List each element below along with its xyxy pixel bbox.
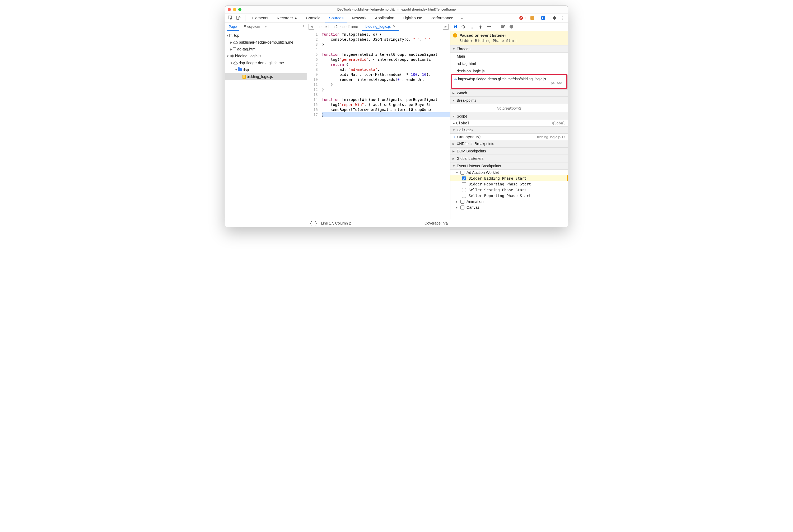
scope-global[interactable]: ▶ Global global — [450, 120, 568, 126]
editor-nav-fwd-icon[interactable]: ▶ — [443, 24, 449, 30]
callstack-frame-label: (anonymous) — [457, 135, 481, 139]
thread-bidding[interactable]: ➔ https://dsp-fledge-demo.glitch.me/dsp/… — [457, 77, 565, 85]
evt-cat-animation-checkbox[interactable] — [460, 200, 465, 204]
resume-icon[interactable] — [453, 24, 458, 29]
evt-cat-canvas-checkbox[interactable] — [460, 206, 465, 209]
evt-item-2-checkbox[interactable] — [462, 188, 466, 192]
code-editor[interactable]: 1234567891011121314151617 function fn:lo… — [307, 31, 450, 219]
gear-icon — [229, 54, 234, 58]
svg-point-4 — [463, 27, 464, 28]
step-out-icon[interactable] — [478, 24, 483, 29]
navigator-panel: Page Filesystem » ⋮ ▼ top ▶ publisher-fl… — [225, 22, 307, 219]
thread-adtag[interactable]: ad-tag.html — [450, 60, 568, 68]
svg-rect-2 — [239, 17, 241, 20]
errors-badge[interactable]: ✕1 — [518, 15, 528, 20]
editor-tab-index-label: index.html?fencedframe — [319, 24, 358, 29]
editor-nav-back-icon[interactable]: ◀ — [308, 24, 314, 30]
main-toolbar: Elements Recorder ▲ Console Sources Netw… — [225, 14, 568, 22]
tree-folder-dsp[interactable]: ▼ dsp — [225, 66, 307, 73]
tab-recorder[interactable]: Recorder ▲ — [273, 14, 301, 22]
settings-icon[interactable] — [550, 14, 558, 22]
section-xhr-label: XHR/fetch Breakpoints — [457, 141, 494, 146]
device-toggle-icon[interactable] — [235, 14, 243, 22]
section-global-listeners[interactable]: ▶Global Listeners — [450, 155, 568, 162]
current-frame-icon: ➔ — [453, 135, 455, 139]
step-into-icon[interactable] — [469, 24, 475, 29]
svg-point-9 — [510, 25, 513, 28]
section-threads[interactable]: ▼Threads — [450, 45, 568, 53]
section-breakpoints[interactable]: ▼Breakpoints — [450, 97, 568, 104]
tab-performance[interactable]: Performance — [427, 14, 457, 22]
evt-item-0-label: Bidder Bidding Phase Start — [469, 176, 527, 180]
tab-elements[interactable]: Elements — [248, 14, 272, 22]
evt-cat-animation[interactable]: ▶ Animation — [450, 198, 568, 205]
tab-sources[interactable]: Sources — [325, 14, 347, 22]
thread-main[interactable]: Main — [450, 53, 568, 60]
cloud-icon — [233, 60, 238, 65]
deactivate-breakpoints-icon[interactable] — [500, 24, 506, 29]
format-icon[interactable]: { } — [309, 221, 317, 226]
evt-item-1-checkbox[interactable] — [462, 182, 466, 186]
warnings-badge[interactable]: !1 — [529, 15, 539, 20]
editor-tabs: ◀ index.html?fencedframe bidding_logic.j… — [307, 22, 450, 31]
evt-cat-ad-auction-label: Ad Auction Worklet — [467, 170, 499, 175]
tab-console[interactable]: Console — [302, 14, 324, 22]
callstack-frame[interactable]: ➔ (anonymous) bidding_logic.js:17 — [450, 134, 568, 140]
debugger-toolbar — [450, 22, 568, 31]
code-body[interactable]: function fn:log(label, o) { console.log(… — [320, 31, 450, 219]
folder-icon — [238, 68, 242, 71]
evt-cat-canvas[interactable]: ▶ Canvas — [450, 205, 568, 210]
evt-cat-ad-auction[interactable]: ▼ − Ad Auction Worklet — [450, 170, 568, 175]
section-event-listeners[interactable]: ▼Event Listener Breakpoints — [450, 162, 568, 170]
navigator-subtabs: Page Filesystem » ⋮ — [225, 22, 307, 31]
evt-item-0-checkbox[interactable] — [462, 176, 466, 180]
section-xhr[interactable]: ▶XHR/fetch Breakpoints — [450, 140, 568, 147]
section-watch-label: Watch — [457, 91, 467, 95]
issues-icon: ▸ — [541, 16, 545, 20]
tree-file-label: bidding_logic.js — [247, 75, 273, 79]
evt-cat-ad-auction-checkbox[interactable]: − — [460, 171, 465, 175]
evt-cat-canvas-label: Canvas — [467, 205, 479, 209]
tree-adtag[interactable]: ▶ ad-tag.html — [225, 46, 307, 53]
tab-network[interactable]: Network — [348, 14, 370, 22]
pause-exceptions-icon[interactable] — [509, 24, 514, 29]
tab-lighthouse[interactable]: Lighthouse — [399, 14, 426, 22]
section-callstack[interactable]: ▼Call Stack — [450, 126, 568, 134]
editor-tab-bidding[interactable]: bidding_logic.js ✕ — [362, 22, 399, 31]
evt-item-2[interactable]: Seller Scoring Phase Start — [450, 187, 568, 193]
section-watch[interactable]: ▶Watch — [450, 89, 568, 97]
evt-item-1[interactable]: Bidder Reporting Phase Start — [450, 181, 568, 187]
columns: Page Filesystem » ⋮ ▼ top ▶ publisher-fl… — [225, 22, 568, 219]
tree-domain-publisher[interactable]: ▶ publisher-fledge-demo.glitch.me — [225, 39, 307, 46]
tree-top-label: top — [234, 33, 239, 38]
tree-file-bidding[interactable]: bidding_logic.js — [225, 73, 307, 80]
kebab-menu-icon[interactable]: ⋮ — [559, 14, 566, 22]
tree-worklet[interactable]: ▼ bidding_logic.js — [225, 53, 307, 59]
page-icon — [233, 47, 236, 51]
file-tree: ▼ top ▶ publisher-fledge-demo.glitch.me … — [225, 31, 307, 219]
thread-decision[interactable]: decision_logic.js — [450, 68, 568, 75]
navigator-menu-icon[interactable]: ⋮ — [302, 24, 305, 28]
evt-item-0[interactable]: Bidder Bidding Phase Start — [450, 175, 568, 181]
tab-application[interactable]: Application — [371, 14, 398, 22]
close-tab-icon[interactable]: ✕ — [393, 24, 396, 28]
issues-badge[interactable]: ▸1 — [540, 15, 549, 20]
evt-item-2-label: Seller Scoring Phase Start — [469, 188, 527, 192]
evt-item-3[interactable]: Seller Reporting Phase Start — [450, 193, 568, 198]
editor-tab-index[interactable]: index.html?fencedframe — [316, 22, 361, 31]
errors-count: 1 — [524, 16, 526, 20]
more-subtabs-icon[interactable]: » — [265, 24, 267, 28]
subtab-page[interactable]: Page — [227, 22, 239, 31]
evt-item-3-checkbox[interactable] — [462, 194, 466, 198]
inspect-icon[interactable] — [227, 14, 234, 22]
section-dom[interactable]: ▶DOM Breakpoints — [450, 147, 568, 155]
step-over-icon[interactable] — [461, 24, 466, 29]
tree-domain-dsp[interactable]: ▼ dsp-fledge-demo.glitch.me — [225, 59, 307, 66]
section-scope[interactable]: ▼Scope — [450, 113, 568, 120]
more-tabs-icon[interactable]: » — [458, 14, 466, 22]
step-icon[interactable] — [486, 24, 492, 29]
subtab-filesystem[interactable]: Filesystem — [242, 22, 262, 31]
error-icon: ✕ — [519, 16, 523, 20]
tree-top[interactable]: ▼ top — [225, 32, 307, 39]
evt-item-1-label: Bidder Reporting Phase Start — [469, 182, 531, 186]
